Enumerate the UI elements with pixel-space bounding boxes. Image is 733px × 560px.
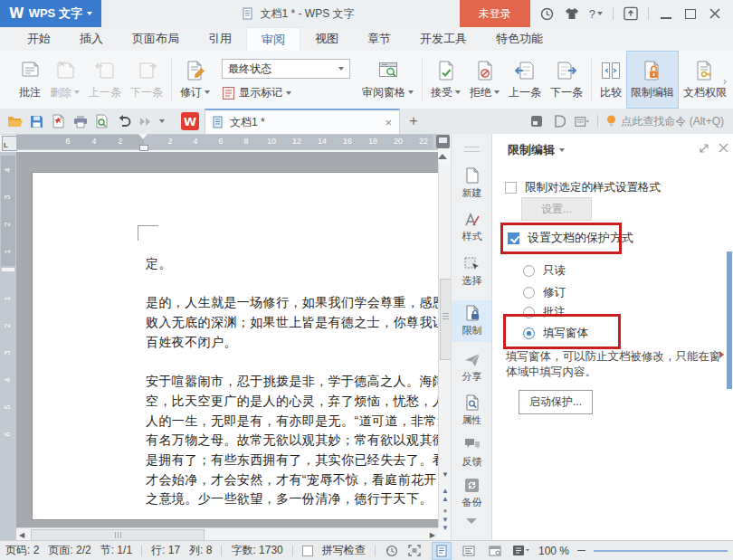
sidebar-drag-handle[interactable] (464, 147, 480, 152)
print-icon[interactable] (72, 114, 88, 129)
horizontal-scrollbar[interactable]: ◀ ▶ (16, 527, 438, 541)
login-button[interactable]: 未登录 (460, 0, 530, 27)
open-file-icon[interactable] (7, 114, 23, 129)
review-pane-button[interactable]: 审阅窗格 (357, 51, 418, 109)
web-layout-icon[interactable] (486, 543, 504, 559)
ruler-toggle-button[interactable] (436, 135, 450, 148)
history-icon[interactable] (385, 544, 399, 558)
export-pdf-icon[interactable] (51, 114, 66, 129)
skin-icon[interactable] (565, 6, 579, 21)
accept-change-button[interactable]: 接受 (426, 51, 465, 109)
left-indent-marker[interactable] (139, 145, 148, 151)
panel-close-icon[interactable] (719, 143, 728, 153)
sidebar-item-styles[interactable]: 样式 (452, 207, 492, 249)
option-read-only[interactable]: 只读 (523, 263, 566, 279)
expand-ribbon-button[interactable]: › (723, 74, 733, 89)
maximize-button[interactable] (683, 6, 698, 21)
quick-access-menu-icon[interactable] (159, 119, 165, 123)
compare-button[interactable]: 比较 (595, 51, 626, 109)
tab-references[interactable]: 引用 (194, 27, 246, 51)
docer-icon[interactable] (552, 114, 566, 128)
new-tab-button[interactable]: + (400, 112, 427, 130)
tab-page-layout[interactable]: 页面布局 (118, 27, 194, 51)
read-mode-icon[interactable] (512, 543, 530, 559)
sidebar-item-new[interactable]: 新建 (452, 163, 492, 204)
zoom-level[interactable]: 100 % (538, 545, 569, 557)
previous-change-button[interactable]: 上一条 (504, 51, 546, 109)
save-icon[interactable] (29, 114, 44, 129)
fullscreen-icon[interactable] (405, 543, 424, 559)
track-changes-button[interactable]: 修订 (176, 51, 214, 109)
tab-special-features[interactable]: 特色功能 (481, 27, 557, 51)
print-preview-icon[interactable] (94, 114, 109, 129)
option-track-changes[interactable]: 修订 (523, 285, 566, 300)
tab-home[interactable]: 开始 (13, 27, 65, 51)
share-window-icon[interactable] (624, 6, 638, 21)
updates-icon[interactable] (540, 6, 555, 21)
fill-forms-radio[interactable] (523, 327, 535, 339)
wps-menu-button[interactable]: W WPS 文字 (0, 0, 101, 27)
tab-review[interactable]: 审阅 (246, 27, 300, 51)
workspace-icon[interactable] (529, 114, 544, 128)
panel-scrollbar-thumb[interactable] (727, 252, 732, 389)
markup-state-combobox[interactable]: 最终状态 (222, 59, 350, 79)
tab-insert[interactable]: 插入 (65, 27, 118, 51)
panel-collapse-arrow[interactable] (719, 351, 724, 358)
browse-object-button[interactable]: ● (439, 507, 452, 515)
tab-selector-button[interactable]: L (2, 136, 17, 151)
help-button[interactable]: ? (589, 7, 603, 21)
first-line-indent-marker[interactable] (138, 134, 148, 139)
sidebar-item-backup[interactable]: 备份 (452, 472, 492, 514)
sidebar-item-select[interactable]: 选择 (452, 252, 492, 293)
tab-section[interactable]: 章节 (353, 27, 405, 51)
spell-check-label[interactable]: 拼写检查 (322, 543, 366, 558)
zoom-slider[interactable] (594, 550, 728, 552)
scroll-up-arrow[interactable] (438, 154, 447, 159)
close-button[interactable] (708, 6, 722, 21)
tab-developer[interactable]: 开发工具 (405, 27, 481, 51)
new-comment-button[interactable]: 批注 (14, 51, 45, 109)
zoom-out-button[interactable] (577, 550, 585, 552)
scroll-down-arrow[interactable]: ▼ (439, 470, 452, 479)
protection-mode-checkbox[interactable] (508, 233, 519, 244)
wps-home-button[interactable]: W (181, 112, 199, 130)
document-page[interactable]: 定。 是的，人生就是一场修行，如果我们学会尊重，感恩 败入无底的深渊；如果世上皆… (32, 172, 438, 520)
previous-comment-button[interactable]: 上一条 (84, 51, 126, 109)
undo-icon[interactable] (116, 114, 131, 129)
command-search[interactable]: 点此查找命令 (Alt+Q) (606, 114, 724, 129)
sidebar-more-chevron[interactable] (466, 518, 477, 524)
settings-button[interactable]: 设置... (521, 197, 592, 221)
sidebar-item-restrict[interactable]: 限制 (452, 300, 492, 342)
horizontal-ruler[interactable]: 6 4 2 2 4 6 8 10 12 14 16 18 20 22 (16, 134, 438, 150)
option-fill-forms[interactable]: 填写窗体 (523, 326, 588, 341)
tab-view[interactable]: 视图 (300, 27, 353, 51)
option-comments[interactable]: 批注 (523, 305, 566, 320)
scroll-right-arrow[interactable]: ▶ (430, 531, 435, 539)
sidebar-item-properties[interactable]: 属性 (452, 390, 492, 432)
page-view-icon[interactable] (432, 542, 452, 560)
comments-radio[interactable] (523, 307, 535, 318)
sidebar-item-feedback[interactable]: 反馈 (452, 432, 492, 474)
sidebar-item-share[interactable]: 分享 (452, 347, 492, 389)
vertical-ruler[interactable]: 4 3 2 1 1 2 3 4 5 6 (0, 152, 16, 540)
panel-resize-icon[interactable] (699, 143, 709, 154)
show-markup-button[interactable]: 显示标记 (222, 85, 350, 100)
close-tab-icon[interactable]: × (385, 116, 392, 129)
format-restriction-checkbox[interactable] (505, 182, 517, 194)
previous-page-button[interactable]: ▲▲ (439, 487, 452, 503)
track-changes-radio[interactable] (523, 287, 535, 299)
delete-comment-button[interactable]: 删除 (45, 51, 84, 109)
next-comment-button[interactable]: 下一条 (126, 51, 167, 109)
reject-change-button[interactable]: 拒绝 (465, 51, 504, 109)
next-change-button[interactable]: 下一条 (546, 51, 587, 109)
document-text[interactable]: 定。 是的，人生就是一场修行，如果我们学会尊重，感恩 败入无底的深渊；如果世上皆… (146, 256, 438, 511)
outline-view-icon[interactable] (460, 543, 478, 559)
vertical-scrollbar[interactable]: ▼ ▲▲ ● ▼▼ (438, 163, 452, 527)
next-page-button[interactable]: ▼▼ (439, 516, 452, 532)
document-canvas[interactable]: 定。 是的，人生就是一场修行，如果我们学会尊重，感恩 败入无底的深渊；如果世上皆… (16, 152, 438, 527)
read-only-radio[interactable] (523, 265, 535, 277)
document-tab[interactable]: 文档1 * × (205, 109, 400, 135)
spell-check-checkbox[interactable] (302, 546, 313, 556)
redo-icon[interactable] (138, 114, 153, 129)
restrict-editing-button[interactable]: 限制编辑 (626, 51, 679, 109)
